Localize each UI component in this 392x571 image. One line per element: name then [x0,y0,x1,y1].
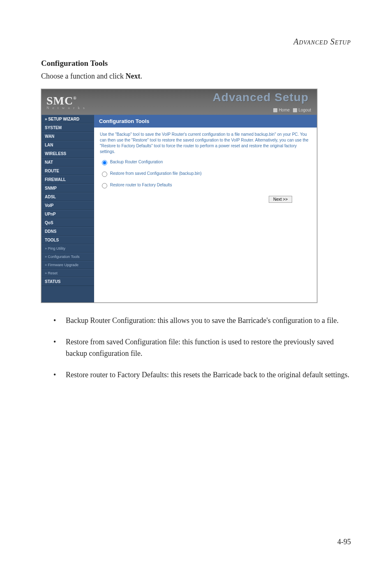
sidebar-item-qos[interactable]: QoS [42,218,94,227]
option-restore-file[interactable]: Restore from saved Configuration file (b… [94,168,317,179]
sidebar-item-wan[interactable]: WAN [42,132,94,141]
brand-logo: SMC® N e t w o r k s [42,94,86,110]
option-restore-file-label: Restore from saved Configuration file (b… [110,171,202,176]
option-backup-label: Backup Router Configuration [110,160,163,164]
brand-logo-text: SMC [46,94,73,107]
sidebar-item-configuration-tools[interactable]: » Configuration Tools [42,253,94,261]
bullet-backup: Backup Router Configuration: this allows… [53,315,351,327]
description-bullets: Backup Router Configuration: this allows… [41,315,351,381]
subtitle-prefix: Choose a function and click [41,72,125,80]
option-factory-defaults[interactable]: Restore router to Factory Defaults [94,179,317,191]
sidebar-item-firewall[interactable]: FIREWALL [42,175,94,184]
sidebar-item-system[interactable]: SYSTEM [42,123,94,132]
sidebar-item-setup-wizard[interactable]: » SETUP WIZARD [42,115,94,123]
sidebar-item-nat[interactable]: NAT [42,158,94,167]
page-number: 4-95 [337,538,351,546]
radio-restore-file[interactable] [102,172,107,177]
main-panel: Configuration Tools Use the "Backup" too… [94,115,317,302]
brand-logo-registered: ® [73,96,76,100]
sidebar: » SETUP WIZARD SYSTEM WAN LAN WIRELESS N… [42,115,94,302]
router-header: SMC® N e t w o r k s Advanced Setup Home… [42,89,317,115]
bullet-restore: Restore from saved Configuration file: t… [53,337,351,360]
logout-icon [293,108,297,112]
sidebar-item-snmp[interactable]: SNMP [42,184,94,193]
option-backup[interactable]: Backup Router Configuration [94,156,317,168]
sidebar-item-adsl[interactable]: ADSL [42,193,94,201]
sidebar-item-reset[interactable]: » Reset [42,269,94,277]
subtitle-suffix: . [140,72,142,80]
sidebar-item-wireless[interactable]: WIRELESS [42,149,94,158]
sidebar-item-firmware-upgrade[interactable]: » Firmware Upgrade [42,261,94,269]
home-link[interactable]: Home [279,108,290,112]
sidebar-item-ddns[interactable]: DDNS [42,227,94,236]
sidebar-item-upnp[interactable]: UPnP [42,210,94,218]
section-subtitle: Choose a function and click Next. [41,72,351,81]
radio-backup[interactable] [102,160,107,165]
sidebar-item-status[interactable]: STATUS [42,277,94,286]
next-button[interactable]: Next >> [269,196,292,203]
logout-link[interactable]: Logout [298,108,311,112]
brand-logo-sub: N e t w o r k s [46,106,86,110]
home-icon [273,108,277,112]
sidebar-item-lan[interactable]: LAN [42,141,94,149]
sidebar-item-voip[interactable]: VoIP [42,201,94,210]
sidebar-item-ping-utility[interactable]: » Ping Utility [42,244,94,253]
subtitle-bold: Next [125,72,140,80]
banner-title: Advanced Setup [213,91,309,104]
option-factory-defaults-label: Restore router to Factory Defaults [110,183,172,187]
section-heading: Configuration Tools [41,59,351,68]
panel-description: Use the "Backup" tool to save the VoIP R… [94,128,317,156]
header-links: Home Logout [273,108,311,112]
page-header: Advanced Setup [41,37,351,46]
bullet-factory-defaults: Restore router to Factory Defaults: this… [53,369,351,381]
panel-title: Configuration Tools [94,115,317,128]
radio-factory-defaults[interactable] [102,183,107,188]
sidebar-item-tools[interactable]: TOOLS [42,236,94,244]
router-ui-screenshot: SMC® N e t w o r k s Advanced Setup Home… [41,89,317,303]
sidebar-item-route[interactable]: ROUTE [42,167,94,175]
